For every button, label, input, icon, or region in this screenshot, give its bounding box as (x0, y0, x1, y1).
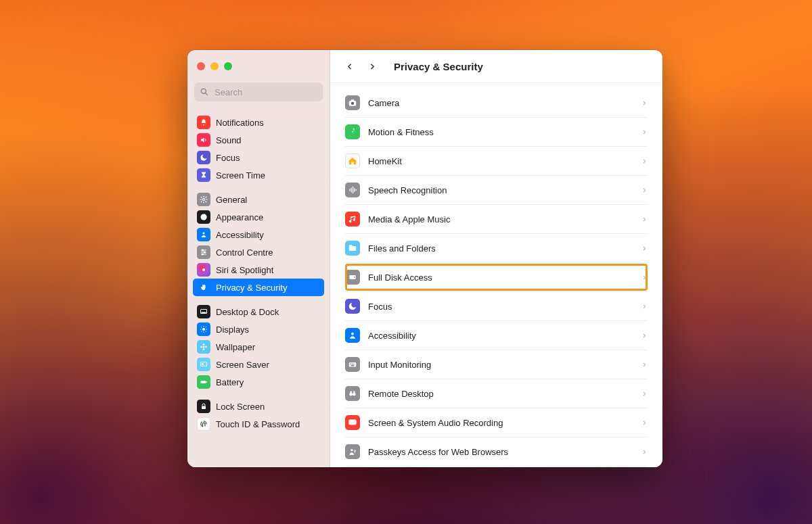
settings-row-files-and-folders[interactable]: Files and Folders (345, 234, 648, 263)
sliders-icon (197, 245, 210, 259)
settings-row-label: Accessibility (368, 331, 633, 341)
settings-row-label: Speech Recognition (368, 185, 633, 195)
sidebar-list[interactable]: NotificationsSoundFocusScreen TimeGenera… (187, 107, 330, 467)
system-settings-window: NotificationsSoundFocusScreen TimeGenera… (187, 50, 662, 467)
svg-rect-33 (202, 406, 206, 410)
folder-icon (345, 241, 360, 256)
svg-line-22 (201, 331, 202, 332)
svg-point-9 (204, 252, 206, 253)
zoom-button[interactable] (224, 62, 232, 70)
settings-row-motion-fitness[interactable]: Motion & Fitness (345, 118, 648, 147)
settings-row-speech-recognition[interactable]: Speech Recognition (345, 176, 648, 205)
sidebar-group: NotificationsSoundFocusScreen Time (193, 114, 324, 184)
settings-list[interactable]: CameraMotion & FitnessHomeKitSpeech Reco… (330, 83, 662, 467)
person-icon (345, 328, 360, 343)
sidebar-item-siri-spotlight[interactable]: Siri & Spotlight (193, 261, 324, 279)
svg-point-52 (353, 393, 356, 396)
sidebar-item-label: Wallpaper (216, 342, 255, 352)
chevron-right-icon (641, 127, 648, 137)
sidebar-item-touch-id-password[interactable]: Touch ID & Password (193, 415, 324, 433)
moon-icon (197, 151, 210, 164)
chevron-right-icon (641, 98, 648, 108)
moon-icon (345, 299, 360, 314)
svg-point-10 (202, 254, 204, 255)
sidebar-item-appearance[interactable]: Appearance (193, 208, 324, 226)
sidebar-item-label: Desktop & Dock (216, 307, 279, 317)
chevron-left-icon (345, 62, 354, 71)
svg-point-0 (201, 89, 206, 93)
sidebar-item-wallpaper[interactable]: Wallpaper (193, 338, 324, 356)
settings-row-label: Full Disk Access (368, 272, 633, 283)
sidebar-item-screen-time[interactable]: Screen Time (193, 166, 324, 184)
search-field[interactable] (194, 82, 323, 101)
chevron-right-icon (368, 62, 377, 71)
settings-row-focus[interactable]: Focus (345, 292, 648, 321)
settings-row-screen-system-audio-recording[interactable]: Screen & System Audio Recording (345, 408, 648, 437)
sidebar-item-label: Touch ID & Password (216, 419, 300, 429)
sidebar-item-notifications[interactable]: Notifications (193, 114, 324, 131)
chevron-right-icon (641, 418, 648, 428)
sidebar-item-privacy-security[interactable]: Privacy & Security (193, 279, 324, 296)
nav-back-button[interactable] (342, 59, 356, 73)
disk-icon (345, 270, 360, 285)
settings-row-media-apple-music[interactable]: Media & Apple Music (345, 205, 648, 234)
main-panel: Privacy & Security CameraMotion & Fitnes… (330, 50, 662, 467)
sun-icon (197, 323, 210, 336)
settings-row-input-monitoring[interactable]: Input Monitoring (345, 350, 648, 379)
sidebar-item-label: Appearance (216, 212, 263, 222)
svg-rect-32 (206, 381, 207, 383)
sidebar-item-lock-screen[interactable]: Lock Screen (193, 398, 324, 415)
sidebar-item-general[interactable]: General (193, 191, 324, 208)
screensave-icon (197, 358, 210, 371)
chevron-right-icon (641, 214, 648, 224)
dock-icon (197, 305, 210, 318)
settings-row-accessibility[interactable]: Accessibility (345, 321, 648, 350)
svg-rect-48 (352, 364, 353, 364)
settings-row-passkeys-access-for-web-browsers[interactable]: Passkeys Access for Web Browsers (345, 437, 648, 467)
siri-icon (197, 263, 210, 277)
svg-point-24 (203, 346, 205, 348)
person-icon (197, 228, 210, 241)
sidebar-item-accessibility[interactable]: Accessibility (193, 226, 324, 243)
sidebar-item-desktop-dock[interactable]: Desktop & Dock (193, 303, 324, 320)
settings-row-homekit[interactable]: HomeKit (345, 147, 648, 176)
svg-line-23 (206, 327, 206, 327)
svg-rect-14 (202, 312, 206, 313)
chevron-right-icon (641, 447, 648, 457)
sidebar-item-sound[interactable]: Sound (193, 131, 324, 149)
sidebar-item-battery[interactable]: Battery (193, 373, 324, 391)
settings-row-remote-desktop[interactable]: Remote Desktop (345, 379, 648, 408)
settings-row-camera[interactable]: Camera (345, 89, 648, 118)
svg-point-56 (351, 421, 354, 423)
close-button[interactable] (197, 62, 205, 70)
keyboard-icon (345, 357, 360, 372)
svg-rect-47 (351, 364, 351, 364)
settings-row-full-disk-access[interactable]: Full Disk Access (345, 263, 648, 292)
sidebar-item-screen-saver[interactable]: Screen Saver (193, 356, 324, 373)
sidebar-item-label: Screen Saver (216, 360, 269, 370)
sidebar-item-label: Displays (216, 325, 249, 335)
music-icon (345, 212, 360, 227)
svg-rect-46 (349, 362, 357, 366)
sidebar-item-focus[interactable]: Focus (193, 149, 324, 166)
sidebar-item-label: Focus (216, 153, 240, 163)
lock-icon (197, 400, 210, 413)
flower-icon (197, 340, 210, 354)
sidebar-item-label: Sound (216, 135, 242, 145)
svg-rect-49 (353, 364, 354, 364)
sidebar-item-control-centre[interactable]: Control Centre (193, 243, 324, 261)
settings-row-label: Remote Desktop (368, 389, 633, 399)
gear-icon (197, 193, 210, 206)
hand-icon (197, 281, 210, 294)
sidebar-item-label: General (216, 195, 247, 205)
battery-icon (197, 375, 210, 389)
settings-row-label: HomeKit (368, 156, 633, 166)
search-input[interactable] (213, 87, 317, 98)
sidebar-item-label: Lock Screen (216, 402, 265, 412)
speaker-icon (197, 133, 210, 147)
nav-forward-button[interactable] (365, 59, 379, 73)
bell-icon (197, 116, 210, 129)
sidebar-item-displays[interactable]: Displays (193, 320, 324, 338)
minimize-button[interactable] (210, 62, 219, 70)
chevron-right-icon (641, 389, 648, 399)
